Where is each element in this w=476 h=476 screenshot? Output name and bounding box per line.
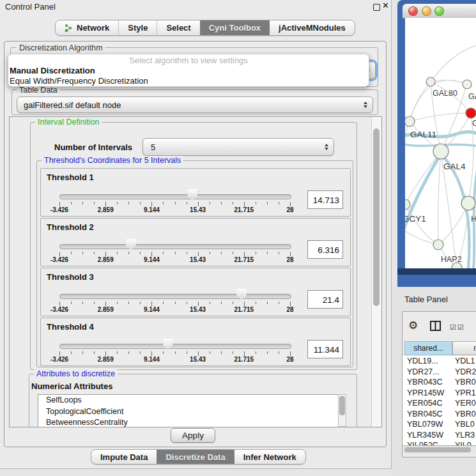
cell-name: YPR1 xyxy=(455,388,476,399)
apply-button[interactable]: Apply xyxy=(171,428,215,443)
tab-label: Style xyxy=(128,23,148,33)
table-row[interactable]: YDL19...YDL1 xyxy=(403,356,476,367)
network-node[interactable] xyxy=(461,196,475,210)
network-node[interactable] xyxy=(463,80,472,89)
attributes-list-scrollbar[interactable] xyxy=(338,394,346,427)
table-horizontal-scrollbar[interactable] xyxy=(403,445,476,454)
threshold-value-field[interactable]: 11.344 xyxy=(307,340,343,358)
screen: Control Panel ✕ NetworkStyleSelectCyni T… xyxy=(0,0,476,476)
popup-item-manual-discretization[interactable]: Manual Discretization xyxy=(8,66,369,76)
tab-label: Network xyxy=(77,23,109,33)
tab-cyni-toolbox[interactable]: Cyni Toolbox xyxy=(200,20,270,35)
table-row[interactable]: YBL079WYBL0 xyxy=(403,419,476,430)
list-item-betweennesscentrality[interactable]: BetweennessCentrality xyxy=(38,417,339,427)
slider-tick xyxy=(151,252,152,256)
edge xyxy=(438,151,441,245)
zoom-traffic-light-icon[interactable] xyxy=(434,6,444,16)
slider-tick xyxy=(82,351,83,354)
tab-select[interactable]: Select xyxy=(157,20,199,35)
threshold-value-field[interactable]: 14.713 xyxy=(307,190,343,209)
network-view-window[interactable]: GAL80GALGGAL11GAL4GCY1HHAP2 xyxy=(397,0,476,287)
slider-tick xyxy=(175,202,176,204)
number-of-intervals-combobox[interactable]: 5 xyxy=(142,138,334,156)
network-canvas[interactable]: GAL80GALGGAL11GAL4GCY1HHAP2 xyxy=(405,18,476,268)
column-header-name[interactable]: na xyxy=(452,341,476,355)
slider-tick xyxy=(210,351,210,354)
cell-shared-name: YPR145W xyxy=(407,388,444,399)
list-item-topologicalcoefficient[interactable]: TopologicalCoefficient xyxy=(38,406,339,418)
slider-track[interactable] xyxy=(59,194,291,199)
network-node[interactable] xyxy=(405,199,410,210)
float-window-icon[interactable] xyxy=(373,4,380,11)
column-layout-icon[interactable] xyxy=(430,321,441,331)
slider-tick xyxy=(163,252,164,254)
slider-track[interactable] xyxy=(59,244,291,249)
tick-label: 28 xyxy=(286,306,293,313)
tab-jactivemnodules[interactable]: jActiveMNodules xyxy=(270,20,355,35)
checkbox-icon[interactable]: ☑ xyxy=(457,323,464,332)
table-row[interactable]: YIL052CYIL0 xyxy=(403,440,476,445)
tab-label: Select xyxy=(166,23,190,33)
pane-vertical-scrollbar[interactable] xyxy=(371,117,381,427)
table-row[interactable]: YDR27...YDR2 xyxy=(403,367,476,378)
list-item-selfloops[interactable]: SelfLoops xyxy=(38,395,339,406)
table-row[interactable]: YLR345WYLR3 xyxy=(403,430,476,441)
table-row[interactable]: YER054CYER0 xyxy=(403,398,476,409)
tab-network[interactable]: Network xyxy=(56,20,118,35)
slider-track[interactable] xyxy=(59,344,291,349)
scrollbar-thumb[interactable] xyxy=(373,128,380,306)
node-label-gal: GAL xyxy=(468,92,476,101)
combo-stepper-icon xyxy=(364,102,367,108)
cell-shared-name: YBL079W xyxy=(407,419,443,430)
close-icon[interactable]: ✕ xyxy=(382,1,389,10)
network-node[interactable] xyxy=(405,116,415,127)
table-row[interactable]: YPR145WYPR1 xyxy=(403,388,476,399)
table-rows[interactable]: YDL19...YDL1YDR27...YDR2YBR043CYBR0YPR14… xyxy=(403,356,476,445)
tab-bottom-discretize-data[interactable]: Discretize Data xyxy=(157,450,234,464)
threshold-value-field[interactable]: 21.4 xyxy=(307,290,343,309)
table-data-combobox[interactable]: galFiltered.sif default node xyxy=(17,96,373,113)
tick-label: 21.715 xyxy=(234,356,254,363)
slider-tick xyxy=(94,351,95,354)
bottom-tab-bar: Impute DataDiscretize DataInfer Network xyxy=(91,449,306,464)
network-node[interactable] xyxy=(466,108,476,118)
scrollbar-thumb[interactable] xyxy=(339,396,345,415)
slider-tick xyxy=(267,252,268,254)
slider-tick xyxy=(117,302,118,304)
canvas-bottom-shadow xyxy=(397,268,476,275)
slider-tick xyxy=(71,351,72,354)
network-node[interactable] xyxy=(426,77,435,86)
scrollbar-thumb[interactable] xyxy=(404,447,471,452)
network-node[interactable] xyxy=(433,144,449,159)
slider-tick xyxy=(163,351,164,354)
tab-bottom-impute-data[interactable]: Impute Data xyxy=(91,450,157,464)
close-traffic-light-icon[interactable] xyxy=(408,6,418,16)
gear-icon[interactable]: ⚙ xyxy=(408,319,418,332)
tab-bottom-infer-network[interactable]: Infer Network xyxy=(234,450,305,464)
tick-label: -3.426 xyxy=(50,306,68,313)
cell-name: YER0 xyxy=(455,398,476,409)
column-header-shared-name[interactable]: shared... xyxy=(404,341,452,355)
tick-label: -3.426 xyxy=(50,256,68,263)
slider-tick xyxy=(221,302,222,304)
table-row[interactable]: YBR045CYBR0 xyxy=(403,409,476,420)
table-row[interactable]: YBR043CYBR0 xyxy=(403,377,476,388)
tab-style[interactable]: Style xyxy=(118,20,157,35)
popup-item-equal-width-frequency-discretization[interactable]: Equal Width/Frequency Discretization xyxy=(8,76,369,86)
node-label-gcy1: GCY1 xyxy=(405,214,426,224)
threshold-value-field[interactable]: 6.316 xyxy=(307,240,343,259)
network-window-titlebar[interactable] xyxy=(403,4,476,19)
slider-tick xyxy=(128,302,129,304)
checkbox-icon[interactable]: ☑ xyxy=(450,323,456,332)
minimize-traffic-light-icon[interactable] xyxy=(422,6,431,16)
slider-tick xyxy=(117,252,118,254)
slider-tick xyxy=(244,302,245,306)
slider-tick xyxy=(233,202,233,204)
tick-label: 15.43 xyxy=(190,206,206,213)
slider-tick xyxy=(71,302,72,304)
slider-tick xyxy=(140,302,141,304)
network-node[interactable] xyxy=(433,240,443,250)
numerical-attributes-list[interactable]: SelfLoopsTopologicalCoefficientBetweenne… xyxy=(38,394,339,427)
slider-track[interactable] xyxy=(59,294,291,299)
slider-tick xyxy=(117,351,118,354)
